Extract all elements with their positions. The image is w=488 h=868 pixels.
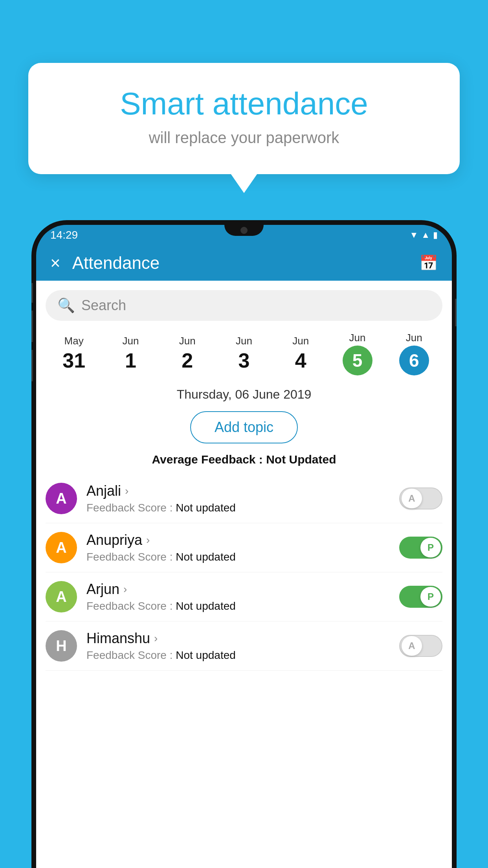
feedback-himanshu: Feedback Score : Not updated <box>86 649 390 662</box>
avg-feedback: Average Feedback : Not Updated <box>36 453 452 466</box>
avatar-arjun: A <box>46 581 77 612</box>
toggle-knob: A <box>402 636 422 656</box>
date-cell-jun1[interactable]: Jun 1 <box>102 335 159 372</box>
avatar-anjali: A <box>46 483 77 514</box>
app-header: × Attendance 📅 <box>36 245 452 281</box>
toggle-knob: P <box>420 587 441 607</box>
speech-bubble: Smart attendance will replace your paper… <box>28 63 460 174</box>
search-bar[interactable]: 🔍 Search <box>46 290 442 321</box>
phone-inner: 14:29 ▼ ▲ ▮ × Attendance 📅 🔍 Search May <box>36 225 452 868</box>
date-cell-jun6[interactable]: Jun 6 <box>386 332 442 375</box>
attendance-toggle-himanshu[interactable]: A <box>399 635 442 657</box>
date-row: May 31 Jun 1 Jun 2 Jun 3 Jun 4 <box>36 321 452 375</box>
wifi-icon: ▼ <box>409 230 418 240</box>
attendance-toggle-anupriya[interactable]: P <box>399 537 442 559</box>
feedback-anupriya: Feedback Score : Not updated <box>86 551 390 563</box>
date-month: Jun <box>159 335 216 347</box>
date-day: 31 <box>46 349 102 372</box>
bubble-title: Smart attendance <box>60 86 428 121</box>
student-info-anupriya: Anupriya › Feedback Score : Not updated <box>86 532 390 563</box>
calendar-icon[interactable]: 📅 <box>419 254 438 272</box>
date-day: 4 <box>272 349 329 372</box>
chevron-right-icon: › <box>146 534 150 546</box>
chevron-right-icon: › <box>125 485 128 497</box>
volume-down-button <box>31 350 33 381</box>
status-time: 14:29 <box>50 229 78 241</box>
camera <box>240 227 248 234</box>
volume-up-button <box>31 311 33 342</box>
date-month: May <box>46 335 102 347</box>
chevron-right-icon: › <box>123 583 127 596</box>
student-name-anupriya: Anupriya › <box>86 532 390 548</box>
feedback-anjali: Feedback Score : Not updated <box>86 502 390 514</box>
student-name-arjun: Arjun › <box>86 581 390 598</box>
screen-content: 🔍 Search May 31 Jun 1 Jun 2 Jun <box>36 281 452 868</box>
feedback-arjun: Feedback Score : Not updated <box>86 600 390 612</box>
student-row[interactable]: A Anjali › Feedback Score : Not updated … <box>46 474 442 523</box>
date-month: Jun <box>386 332 442 344</box>
search-icon: 🔍 <box>57 297 75 314</box>
avatar-himanshu: H <box>46 630 77 662</box>
date-day: 2 <box>159 349 216 372</box>
student-row[interactable]: A Anupriya › Feedback Score : Not update… <box>46 523 442 572</box>
student-info-himanshu: Himanshu › Feedback Score : Not updated <box>86 630 390 662</box>
notch <box>224 225 264 236</box>
search-input[interactable]: Search <box>81 297 126 314</box>
student-name-himanshu: Himanshu › <box>86 630 390 647</box>
date-month: Jun <box>272 335 329 347</box>
attendance-toggle-arjun[interactable]: P <box>399 586 442 608</box>
signal-icon: ▲ <box>421 230 430 240</box>
toggle-knob: A <box>402 489 422 508</box>
date-cell-jun5[interactable]: Jun 5 <box>329 332 385 375</box>
close-button[interactable]: × <box>50 253 61 273</box>
date-cell-jun2[interactable]: Jun 2 <box>159 335 216 372</box>
student-name-anjali: Anjali › <box>86 483 390 499</box>
bubble-subtitle: will replace your paperwork <box>60 129 428 147</box>
date-day-selected: 6 <box>399 346 429 375</box>
avg-feedback-value: Not Updated <box>266 453 336 466</box>
avg-feedback-label: Average Feedback : <box>152 453 266 466</box>
student-list: A Anjali › Feedback Score : Not updated … <box>36 474 452 671</box>
date-day: 3 <box>216 349 272 372</box>
date-day: 1 <box>102 349 159 372</box>
chevron-right-icon: › <box>154 632 158 645</box>
toggle-knob: P <box>420 538 441 557</box>
battery-icon: ▮ <box>433 230 438 240</box>
student-row[interactable]: H Himanshu › Feedback Score : Not update… <box>46 622 442 671</box>
attendance-toggle-anjali[interactable]: A <box>399 487 442 509</box>
date-cell-jun4[interactable]: Jun 4 <box>272 335 329 372</box>
date-cell-may31[interactable]: May 31 <box>46 335 102 372</box>
header-title: Attendance <box>72 253 419 273</box>
status-icons: ▼ ▲ ▮ <box>409 230 438 240</box>
date-month: Jun <box>216 335 272 347</box>
student-info-anjali: Anjali › Feedback Score : Not updated <box>86 483 390 514</box>
date-cell-jun3[interactable]: Jun 3 <box>216 335 272 372</box>
volume-silent-button <box>31 283 33 303</box>
add-topic-button[interactable]: Add topic <box>190 411 298 443</box>
avatar-anupriya: A <box>46 532 77 563</box>
phone-frame: 14:29 ▼ ▲ ▮ × Attendance 📅 🔍 Search May <box>31 220 457 868</box>
date-month: Jun <box>329 332 385 344</box>
date-day-today: 5 <box>343 346 372 375</box>
power-button <box>455 299 457 326</box>
date-month: Jun <box>102 335 159 347</box>
student-info-arjun: Arjun › Feedback Score : Not updated <box>86 581 390 612</box>
student-row[interactable]: A Arjun › Feedback Score : Not updated P <box>46 572 442 622</box>
selected-date-label: Thursday, 06 June 2019 <box>36 387 452 402</box>
